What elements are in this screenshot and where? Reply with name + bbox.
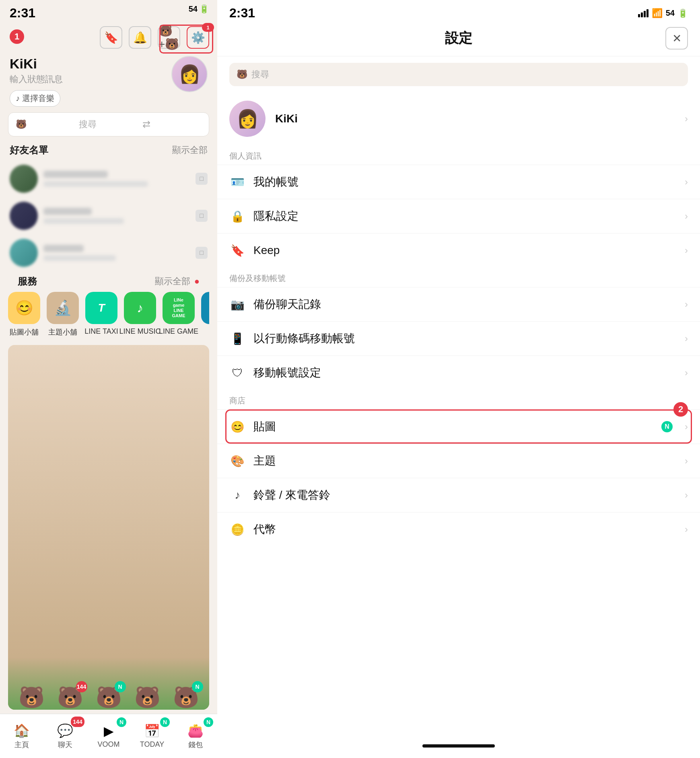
sticker-icon: 😊 xyxy=(229,419,245,435)
music-button[interactable]: ♪ 選擇音樂 xyxy=(10,90,60,107)
step2-badge: 2 xyxy=(673,402,688,417)
settings-button[interactable]: ⚙️ 1 xyxy=(187,26,209,49)
menu-privacy-label: 隱私設定 xyxy=(253,209,677,224)
section-label-personal: 個人資訊 xyxy=(217,145,700,165)
menu-privacy[interactable]: 🔒 隱私設定 › xyxy=(217,199,700,233)
step2-container: 😊 貼圖 N › 2 xyxy=(217,409,700,444)
keep-chevron: › xyxy=(685,245,688,256)
ringtone-icon: ♪ xyxy=(229,487,245,503)
close-icon: ✕ xyxy=(672,32,681,45)
friend-avatar-2 xyxy=(10,202,38,230)
service-icon-game: LINe game LINE GAME xyxy=(163,292,195,324)
step1-badge-container: 1 xyxy=(10,29,24,44)
friend-info-3 xyxy=(43,245,190,261)
settings-search-bar[interactable]: 🐻 搜尋 xyxy=(229,63,688,86)
services-section: 服務 顯示全部 ● 😊 貼圖小舖 🔬 主題小舖 T LINE TAXI xyxy=(0,275,217,337)
settings-title: 設定 xyxy=(252,29,665,48)
notification-button[interactable]: 🔔 xyxy=(129,26,151,49)
nav-wallet[interactable]: 👛 錢包 N xyxy=(174,714,217,758)
bottom-nav: 🏠 主頁 💬 聊天 144 ▶ VOOM N 📅 TODAY N 👛 錢包 N xyxy=(0,714,217,758)
friend-list: □ □ □ xyxy=(0,161,217,271)
menu-keep[interactable]: 🔖 Keep › xyxy=(217,233,700,267)
settings-profile-name: KiKi xyxy=(275,112,298,125)
menu-backup-chat[interactable]: 📷 備份聊天記錄 › xyxy=(217,287,700,321)
friend-avatar-3 xyxy=(10,239,38,267)
music-icon: ♪ xyxy=(16,94,20,103)
backup-icon: 📷 xyxy=(229,296,245,312)
battery-number-left: 54 xyxy=(189,4,198,14)
status-bar-right: 2:31 📶 54 🔋 xyxy=(217,0,700,23)
friend-item-1[interactable]: □ xyxy=(8,161,209,197)
nav-voom[interactable]: ▶ VOOM N xyxy=(87,714,130,758)
settings-profile-name-container: KiKi xyxy=(275,112,298,125)
qr-icon: 📱 xyxy=(229,330,245,347)
service-label-music: LINE MUSIC xyxy=(119,327,161,336)
backup-chevron: › xyxy=(685,299,688,310)
service-other[interactable]: ▶ LINE xyxy=(201,292,209,337)
menu-sticker[interactable]: 😊 貼圖 N › xyxy=(217,409,700,444)
coin-icon: 🪙 xyxy=(229,521,245,537)
service-icon-theme: 🔬 xyxy=(47,292,79,324)
right-panel: 2:31 📶 54 🔋 設定 ✕ 🐻 搜尋 👩 xyxy=(217,0,700,758)
wallet-icon: 👛 xyxy=(187,723,204,738)
nav-today[interactable]: 📅 TODAY N xyxy=(130,714,174,758)
service-game[interactable]: LINe game LINE GAME LINE GAME xyxy=(163,292,195,337)
settings-profile-row[interactable]: 👩 KiKi › xyxy=(217,93,700,145)
gear-icon: ⚙️ xyxy=(191,31,205,44)
menu-transfer-settings[interactable]: 🛡 移動帳號設定 › xyxy=(217,355,700,390)
status-bar-left: 2:31 xyxy=(0,0,217,23)
friend-name-1 xyxy=(43,171,108,178)
friend-msg-1 xyxy=(43,181,148,187)
menu-theme-label: 主題 xyxy=(253,453,677,469)
profile-avatar-left[interactable]: 👩 xyxy=(171,56,208,92)
bookmark-button[interactable]: 🔖 xyxy=(100,26,122,49)
friend-item-3[interactable]: □ xyxy=(8,235,209,271)
ringtone-chevron: › xyxy=(685,489,688,501)
step1-badge: 1 xyxy=(10,29,24,44)
services-header: 服務 顯示全部 ● xyxy=(8,275,209,292)
menu-coins[interactable]: 🪙 代幣 › xyxy=(217,512,700,546)
friend-item-2[interactable]: □ xyxy=(8,198,209,234)
filter-icon[interactable]: ⇄ xyxy=(142,119,202,130)
bear-group-1: 🐻 xyxy=(19,685,45,710)
profile-name: KiKi xyxy=(10,56,171,72)
services-title: 服務 xyxy=(18,275,37,288)
time-right: 2:31 xyxy=(229,6,255,21)
service-label-theme: 主題小舖 xyxy=(48,327,77,337)
menu-transfer-qr[interactable]: 📱 以行動條碼移動帳號 › xyxy=(217,321,700,355)
voom-badge: N xyxy=(117,717,126,727)
shield-icon: 🛡 xyxy=(229,365,245,381)
avatar-emoji: 👩 xyxy=(179,64,201,85)
friend-show-all[interactable]: 顯示全部 xyxy=(172,144,208,156)
bears-row: 🐻 🐻 144 🐻 N 🐻 🐻 N xyxy=(8,657,209,710)
service-music[interactable]: ♪ LINE MUSIC xyxy=(124,292,156,337)
nav-home[interactable]: 🏠 主頁 xyxy=(0,714,43,758)
menu-ringtone[interactable]: ♪ 鈴聲 / 來電答鈴 › xyxy=(217,478,700,512)
service-theme[interactable]: 🔬 主題小舖 xyxy=(47,292,79,337)
service-label-game: LINE GAME xyxy=(159,327,198,336)
service-label-taxi: LINE TAXI xyxy=(84,327,118,336)
battery-area-left: 54 🔋 xyxy=(189,4,209,14)
add-friend-button[interactable]: 🐻+🐻 xyxy=(158,26,180,49)
bear-emoji-1: 🐻 xyxy=(19,685,45,710)
transfer-chevron: › xyxy=(685,333,688,344)
menu-my-account[interactable]: 🪪 我的帳號 › xyxy=(217,165,700,199)
menu-account-label: 我的帳號 xyxy=(253,174,677,190)
menu-keep-label: Keep xyxy=(253,244,677,257)
promo-banner: 🐻 🐻 144 🐻 N 🐻 🐻 N xyxy=(8,345,209,710)
battery-icon-right: 🔋 xyxy=(678,8,688,18)
search-bar-left[interactable]: 🐻 搜尋 ⇄ xyxy=(8,112,209,136)
services-show-all[interactable]: 顯示全部 ● xyxy=(155,275,200,287)
service-icon-music: ♪ xyxy=(124,292,156,324)
close-button[interactable]: ✕ xyxy=(665,27,688,50)
friend-msg-3 xyxy=(43,255,116,261)
bear-group-2: 🐻 144 xyxy=(57,685,83,710)
nav-chat[interactable]: 💬 聊天 144 xyxy=(43,714,87,758)
service-taxi[interactable]: T LINE TAXI xyxy=(85,292,117,337)
menu-theme[interactable]: 🎨 主題 › xyxy=(217,444,700,478)
top-bar: 1 🔖 🔔 🐻+🐻 ⚙️ 1 xyxy=(0,23,217,52)
service-sticker[interactable]: 😊 貼圖小舖 xyxy=(8,292,40,337)
friend-badge-2: □ xyxy=(196,210,208,222)
friend-badge-3: □ xyxy=(196,247,208,259)
chat-label: 聊天 xyxy=(58,740,72,750)
